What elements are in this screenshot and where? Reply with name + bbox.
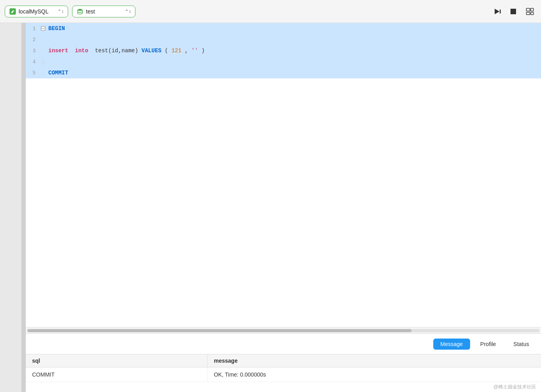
sidebar-inner — [21, 23, 25, 392]
fold-icon-4 — [40, 58, 47, 65]
scrollbar-thumb[interactable] — [27, 329, 411, 332]
code-line-1: 1 BEGIN — [26, 23, 541, 34]
line-number-2: 2 — [26, 37, 40, 43]
col-header-message: message — [207, 354, 541, 367]
connection-selector[interactable]: localMySQL ⌃↕ — [5, 6, 68, 17]
code-line-2: 2 — [26, 34, 541, 45]
svg-rect-5 — [511, 9, 516, 14]
table-body: COMMIT OK, Time: 0.000000s — [26, 367, 541, 382]
results-panel: Message Profile Status sql message — [26, 333, 541, 392]
sidebar — [0, 23, 26, 392]
svg-rect-6 — [526, 8, 530, 11]
connection-name: localMySQL — [19, 8, 55, 15]
table-header-row: sql message — [26, 354, 541, 367]
run-button[interactable] — [490, 5, 503, 18]
line-content-2 — [47, 34, 541, 45]
line-number-5: 5 — [26, 70, 40, 76]
line-number-3: 3 — [26, 48, 40, 54]
results-table-container: sql message COMMIT OK, Time: 0.000000s — [26, 354, 541, 382]
tab-status[interactable]: Status — [506, 339, 536, 350]
code-lines: 1 BEGIN 2 — [26, 23, 541, 327]
leaf-icon — [9, 8, 16, 15]
line-content-5: COMMIT — [47, 67, 541, 78]
line-number-4: 4 — [26, 59, 40, 65]
line-content-4 — [47, 56, 541, 67]
database-name: test — [86, 8, 122, 15]
line-number-1: 1 — [26, 26, 40, 32]
col-header-sql: sql — [26, 354, 207, 367]
results-data-table: sql message COMMIT OK, Time: 0.000000s — [26, 354, 541, 382]
svg-point-2 — [78, 9, 82, 11]
horizontal-scrollbar[interactable] — [26, 327, 541, 333]
editor-area: 1 BEGIN 2 — [26, 23, 541, 392]
code-line-5: 5 COMMIT — [26, 67, 541, 78]
cell-message: OK, Time: 0.000000s — [207, 367, 541, 382]
content-area: 1 BEGIN 2 — [0, 23, 541, 392]
cell-sql: COMMIT — [26, 367, 207, 382]
fold-icon-1[interactable] — [40, 26, 47, 31]
database-icon — [76, 8, 84, 15]
code-editor[interactable]: 1 BEGIN 2 — [26, 23, 541, 327]
stop-button[interactable] — [507, 5, 520, 18]
tab-message[interactable]: Message — [433, 339, 470, 350]
watermark-text: @稀土掘金技术社区 — [493, 384, 536, 390]
code-line-4: 4 — [26, 56, 541, 67]
database-chevron-icon: ⌃↕ — [125, 9, 131, 14]
toolbar: localMySQL ⌃↕ test ⌃↕ — [0, 0, 541, 23]
watermark: @稀土掘金技术社区 — [26, 382, 541, 392]
table-row: COMMIT OK, Time: 0.000000s — [26, 367, 541, 382]
results-tabs: Message Profile Status — [26, 334, 541, 354]
line-content-1: BEGIN — [47, 23, 541, 34]
svg-rect-7 — [531, 8, 533, 11]
svg-marker-3 — [495, 9, 499, 14]
scrollbar-track — [27, 329, 539, 332]
code-line-3: 3 insert into test(id,name) VALUES ( 121… — [26, 45, 541, 56]
format-button[interactable] — [524, 5, 536, 18]
svg-rect-9 — [531, 12, 533, 15]
line-content-3: insert into test(id,name) VALUES ( 121 ,… — [47, 45, 541, 56]
svg-rect-8 — [526, 12, 530, 15]
connection-chevron-icon: ⌃↕ — [57, 9, 64, 14]
main-container: localMySQL ⌃↕ test ⌃↕ — [0, 0, 541, 392]
tab-profile[interactable]: Profile — [473, 339, 503, 350]
database-selector[interactable]: test ⌃↕ — [72, 6, 135, 17]
